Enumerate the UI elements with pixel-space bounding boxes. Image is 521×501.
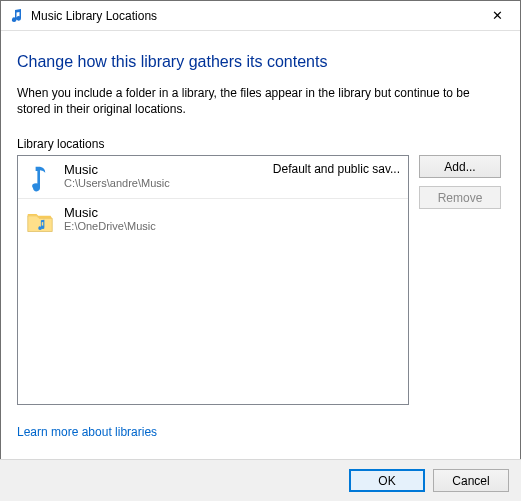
window-title: Music Library Locations xyxy=(31,9,475,23)
ok-button[interactable]: OK xyxy=(349,469,425,492)
side-buttons: Add... Remove xyxy=(419,155,501,209)
dialog-footer: OK Cancel xyxy=(0,459,521,501)
description-text: When you include a folder in a library, … xyxy=(17,85,504,117)
svg-point-0 xyxy=(32,184,40,189)
remove-button: Remove xyxy=(419,186,501,209)
close-icon: ✕ xyxy=(492,8,503,23)
page-heading: Change how this library gathers its cont… xyxy=(17,53,504,71)
location-name: Music xyxy=(64,205,384,220)
location-path: C:\Users\andre\Music xyxy=(64,177,257,189)
library-locations-list[interactable]: Music C:\Users\andre\Music Default and p… xyxy=(17,155,409,405)
location-status: Default and public sav... xyxy=(267,162,400,176)
add-button[interactable]: Add... xyxy=(419,155,501,178)
list-item[interactable]: Music C:\Users\andre\Music Default and p… xyxy=(18,156,408,199)
learn-more-link[interactable]: Learn more about libraries xyxy=(17,425,157,439)
close-button[interactable]: ✕ xyxy=(475,1,520,30)
location-path: E:\OneDrive\Music xyxy=(64,220,384,232)
music-folder-icon xyxy=(26,164,54,192)
list-item-texts: Music C:\Users\andre\Music xyxy=(64,162,257,189)
app-icon xyxy=(9,8,25,24)
dialog-content: Change how this library gathers its cont… xyxy=(1,31,520,449)
library-locations-label: Library locations xyxy=(17,137,504,151)
location-name: Music xyxy=(64,162,257,177)
cancel-button[interactable]: Cancel xyxy=(433,469,509,492)
title-bar: Music Library Locations ✕ xyxy=(1,1,520,31)
list-item-texts: Music E:\OneDrive\Music xyxy=(64,205,384,232)
locations-row: Music C:\Users\andre\Music Default and p… xyxy=(17,155,504,405)
music-folder-icon xyxy=(26,207,54,235)
list-item[interactable]: Music E:\OneDrive\Music xyxy=(18,199,408,241)
